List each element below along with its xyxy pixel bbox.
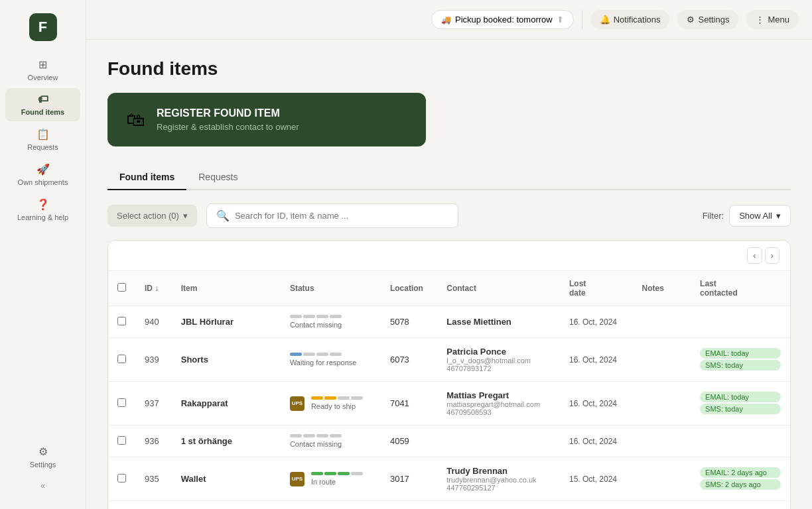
shipments-icon: 🚀 [36, 163, 50, 176]
learning-icon: ❓ [36, 198, 50, 211]
contact-email: mattiaspregart@hotmail.com [446, 400, 551, 408]
sidebar-item-own-shipments[interactable]: 🚀 Own shipments [5, 158, 80, 192]
cell-lost-date: 16. Oct, 2024 [560, 382, 633, 425]
sidebar-item-learning-help[interactable]: ❓ Learning & help [5, 193, 80, 227]
filter-chevron-icon: ▾ [776, 211, 781, 221]
cell-notes [633, 457, 691, 501]
app-logo[interactable]: F [29, 13, 57, 41]
cell-status: Contact missing [281, 306, 381, 338]
cell-contact: Patricia Poncel_o_v_dogs@hotmail.com4670… [437, 338, 560, 382]
pickup-booked-btn[interactable]: 🚚 Pickup booked: tomorrow ⬆ [431, 10, 574, 29]
search-icon: 🔍 [216, 209, 230, 222]
cell-notes [633, 306, 691, 338]
settings-label: Settings [698, 15, 729, 25]
register-found-item-card[interactable]: 🛍 REGISTER FOUND ITEM Register & establi… [107, 93, 426, 146]
toolbar: Select action (0) ▾ 🔍 Filter: Show All ▾ [107, 203, 791, 228]
sidebar-bottom: ⚙ Settings « [0, 435, 86, 501]
notifications-button[interactable]: 🔔 Notifications [590, 10, 670, 29]
filter-wrap: Filter: Show All ▾ [703, 205, 791, 227]
contact-phone: 447760295127 [446, 484, 551, 492]
cell-item: Shorts [172, 338, 281, 382]
found-items-table: ID ↓ Item Status Location Contact Lostda… [108, 271, 790, 509]
table-row: 937 Rakapparat UPS Ready to ship 7041 Ma… [108, 382, 790, 425]
row-checkbox-935[interactable] [117, 474, 126, 482]
status-wrap: Waiting for response [290, 353, 372, 367]
contact-name: Mattias Pregart [446, 390, 551, 400]
select-action-button[interactable]: Select action (0) ▾ [107, 205, 197, 227]
col-id[interactable]: ID ↓ [135, 271, 172, 306]
cell-notes [633, 425, 691, 457]
sidebar-item-found-items[interactable]: 🏷 Found items [5, 88, 80, 121]
logo-area: F [0, 8, 86, 53]
table-next-btn[interactable]: › [765, 247, 779, 264]
col-notes: Notes [633, 271, 691, 306]
settings-button[interactable]: ⚙ Settings [677, 10, 738, 29]
row-checkbox-937[interactable] [117, 398, 126, 407]
cell-item: Wallet [172, 457, 281, 501]
cell-notes [633, 338, 691, 382]
sidebar-item-requests[interactable]: 📋 Requests [5, 123, 80, 156]
cell-last-contacted: SMS: 2 days ago [691, 501, 790, 510]
cell-contact [437, 425, 560, 457]
sidebar-item-overview[interactable]: ⊞ Overview [5, 53, 80, 87]
status-content: Contact missing [290, 434, 342, 448]
topbar: 🚚 Pickup booked: tomorrow ⬆ 🔔 Notificati… [86, 0, 812, 40]
collapse-label: « [40, 481, 45, 490]
row-checkbox-940[interactable] [117, 317, 126, 325]
cell-location: 7041 [381, 382, 437, 425]
col-item: Item [172, 271, 281, 306]
menu-button[interactable]: ⋮ Menu [746, 10, 799, 29]
requests-icon: 📋 [36, 128, 50, 141]
sidebar-collapse-btn[interactable]: « [5, 475, 80, 496]
cell-item: 1 st örhänge [172, 425, 281, 457]
status-content: In route [311, 472, 363, 486]
register-card-subtitle: Register & establish contact to owner [157, 122, 299, 132]
bell-icon: 🔔 [600, 15, 610, 25]
select-all-checkbox[interactable] [117, 283, 126, 292]
settings-icon: ⚙ [38, 445, 48, 458]
last-email-badge: EMAIL: today [700, 392, 781, 402]
col-location: Location [381, 271, 437, 306]
sidebar-item-settings[interactable]: ⚙ Settings [5, 440, 80, 474]
search-input[interactable] [235, 211, 448, 221]
row-checkbox-936[interactable] [117, 436, 126, 445]
table-prev-btn[interactable]: ‹ [747, 247, 762, 264]
page-title: Found items [107, 58, 791, 80]
cell-contact: Trudy Brennantrudybrennan@yahoo.co.uk447… [437, 457, 560, 501]
tab-found-items[interactable]: Found items [107, 165, 186, 190]
pickup-truck-icon: 🚚 [441, 15, 451, 25]
cell-id: 939 [135, 338, 172, 382]
last-email-badge: EMAIL: today [700, 348, 781, 359]
cell-status: Waiting for response [281, 501, 381, 510]
tab-requests[interactable]: Requests [186, 165, 249, 190]
cell-location: 5078 [381, 306, 437, 338]
topbar-divider [582, 10, 582, 30]
cell-item: JBL Hörlurar [172, 306, 281, 338]
filter-value: Show All [739, 211, 772, 221]
table-row: 935 Wallet UPS In route 3017 Trudy Brenn… [108, 457, 790, 501]
cell-contact: Mattias Pregartmattiaspregart@hotmail.co… [437, 382, 560, 425]
filter-select[interactable]: Show All ▾ [729, 205, 791, 227]
sidebar-item-label: Found items [21, 108, 64, 116]
row-checkbox-939[interactable] [117, 355, 126, 363]
sidebar-item-label: Own shipments [18, 178, 68, 186]
register-icon: 🛍 [126, 109, 145, 131]
cell-item: Rakapparat [172, 382, 281, 425]
menu-label: Menu [768, 15, 789, 25]
table-row: 936 1 st örhänge Contact missing 4059 16… [108, 425, 790, 457]
sidebar: F ⊞ Overview 🏷 Found items 📋 Requests 🚀 … [0, 0, 86, 509]
select-action-label: Select action (0) [117, 211, 179, 221]
sidebar-item-label: Requests [27, 143, 58, 151]
cell-contact: Lasse Miettinen [437, 306, 560, 338]
filter-label: Filter: [703, 211, 724, 221]
table-row: 934 jeans Waiting for response 4094 Nong… [108, 501, 790, 510]
cell-location: 3017 [381, 457, 437, 501]
cell-status: Contact missing [281, 425, 381, 457]
found-items-table-wrap: ‹ › ID ↓ Item Status Location Contact Lo… [107, 240, 791, 509]
cell-lost-date: 16. Oct, 2024 [560, 306, 633, 338]
sidebar-item-label: Overview [28, 74, 58, 82]
status-wrap: Contact missing [290, 315, 372, 329]
cell-location: 4059 [381, 425, 437, 457]
col-lost-date: Lostdate [560, 271, 633, 306]
tabs-bar: Found items Requests [107, 165, 791, 190]
